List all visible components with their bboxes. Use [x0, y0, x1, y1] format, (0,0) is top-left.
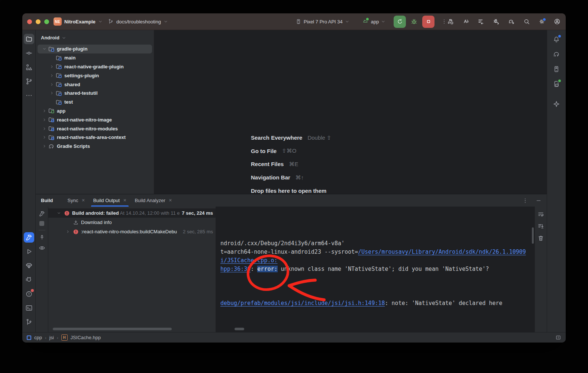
tool-stripe-version-control-button[interactable]: [24, 317, 34, 327]
maximize-window-button[interactable]: [44, 19, 49, 24]
chevron-right-icon[interactable]: [41, 117, 47, 123]
tree-item-label: Gradle Scripts: [57, 143, 90, 149]
stop-button[interactable]: [422, 16, 434, 28]
tool-stripe-device-manager-button[interactable]: [551, 64, 562, 74]
project-tree-item-shared-testutil[interactable]: shared-testutil: [38, 89, 152, 98]
tab-sync[interactable]: Sync✕: [64, 194, 89, 207]
tool-stripe-logcat-button[interactable]: [24, 275, 34, 285]
project-tree-item-Gradle Scripts[interactable]: Gradle Scripts: [38, 142, 152, 151]
text-segment: Download info: [81, 220, 112, 225]
project-tree-item-react-native-gradle-plugin[interactable]: react-native-gradle-plugin: [38, 62, 152, 71]
console-file-link[interactable]: hpp:36:36: [220, 266, 251, 272]
chevron-down-icon[interactable]: [41, 46, 47, 52]
apply-changes-restart-activity-button[interactable]: [462, 18, 469, 25]
panel-options-icon[interactable]: [522, 198, 528, 204]
tool-stripe-structure-button[interactable]: [24, 62, 34, 72]
horizontal-scrollbar[interactable]: [235, 328, 244, 330]
rerun-button[interactable]: [394, 16, 406, 28]
chevron-right-icon[interactable]: [49, 90, 55, 96]
tool-stripe-commit-button[interactable]: [24, 48, 34, 58]
close-tab-icon[interactable]: ✕: [81, 198, 85, 203]
tool-stripe-gemini-button[interactable]: [551, 99, 562, 109]
chevron-right-icon[interactable]: [65, 229, 71, 235]
tab-build-output[interactable]: Build Output✕: [89, 194, 131, 207]
scroll-to-end-icon[interactable]: [537, 223, 544, 230]
chevron-placeholder: [49, 99, 55, 105]
branch-selector[interactable]: docs/troubleshooting: [108, 13, 168, 30]
restart-build-icon[interactable]: [39, 210, 45, 217]
device-selector[interactable]: Pixel 7 Pro API 34: [295, 19, 349, 25]
hide-panel-icon[interactable]: [536, 198, 542, 204]
project-tree-item-main[interactable]: main: [38, 53, 152, 62]
project-selector[interactable]: NE NitroExample: [54, 13, 103, 30]
console-file-link[interactable]: i/JSICache.cpp.o:: [220, 257, 278, 264]
tool-stripe-problems-button[interactable]: [24, 289, 34, 299]
tool-stripe-run-button[interactable]: [24, 246, 34, 257]
folder-icon: [25, 35, 33, 43]
console-file-link[interactable]: debug/prefab/modules/jsi/include/jsi/jsi…: [220, 300, 385, 306]
clear-all-icon[interactable]: [537, 235, 544, 241]
build-tree-panel: Build android: failed At 14.10.24, 12:00…: [48, 207, 216, 332]
soft-wrap-icon[interactable]: [537, 211, 544, 218]
sync-project-gradle-button[interactable]: [508, 18, 515, 25]
desktop-background: NE NitroExample docs/troubleshooting Pix…: [0, 0, 588, 373]
build-tree-row[interactable]: :react-native-nitro-modules:buildCMakeDe…: [48, 227, 216, 236]
stop-build-icon[interactable]: [39, 221, 44, 226]
project-tree-item-react-native-nitro-image[interactable]: react-native-nitro-image: [38, 115, 152, 124]
search-everywhere-button[interactable]: [523, 18, 530, 25]
vertical-scrollbar[interactable]: [532, 227, 534, 244]
project-tree-item-gradle-plugin[interactable]: gradle-plugin: [38, 45, 152, 53]
project-tree-item-shared[interactable]: shared: [38, 80, 152, 89]
chevron-right-icon[interactable]: [49, 64, 55, 69]
tool-stripe-terminal-button[interactable]: [24, 303, 34, 313]
tool-stripe-running-devices-button[interactable]: [551, 79, 562, 89]
shortcut-keys: Double ⇧: [307, 134, 331, 141]
horizontal-scrollbar[interactable]: [53, 328, 172, 330]
project-tree-item-settings-plugin[interactable]: settings-plugin: [38, 71, 152, 80]
chevron-right-icon[interactable]: [41, 134, 47, 140]
debug-button[interactable]: [410, 18, 418, 25]
attach-debugger-button[interactable]: [493, 18, 500, 25]
chevron-right-icon[interactable]: [41, 108, 47, 114]
build-tree-row[interactable]: Download info: [48, 218, 216, 227]
event-log-icon[interactable]: [555, 335, 561, 341]
settings-button[interactable]: [539, 18, 545, 25]
tool-stripe-build-button[interactable]: [24, 232, 34, 243]
project-tree-item-app[interactable]: app: [38, 107, 152, 116]
close-window-button[interactable]: [27, 19, 32, 24]
chevron-right-icon[interactable]: [49, 72, 55, 78]
tool-stripe-project-button[interactable]: [24, 34, 34, 44]
chevron-right-icon[interactable]: [41, 143, 47, 149]
chevron-down-icon[interactable]: [56, 210, 62, 216]
project-tree-item-react-native-safe-area-context[interactable]: react-native-safe-area-context: [38, 133, 152, 142]
profile-button[interactable]: [554, 18, 560, 25]
apply-code-changes-button[interactable]: [478, 18, 484, 25]
project-tree-item-test[interactable]: test: [38, 98, 152, 107]
minimize-window-button[interactable]: [36, 19, 41, 24]
project-tree-item-react-native-nitro-modules[interactable]: react-native-nitro-modules: [38, 124, 152, 133]
tool-stripe-gradle-button[interactable]: [551, 49, 562, 59]
breadcrumb-item-jsi[interactable]: jsi: [49, 335, 54, 340]
build-project-button[interactable]: [447, 18, 454, 25]
tool-stripe-more-tool-windows-button[interactable]: [24, 90, 34, 101]
close-tab-icon[interactable]: ✕: [123, 198, 126, 203]
content-column: Android gradle-pluginmainreact-native-gr…: [36, 30, 547, 332]
tool-stripe-app-quality-insights-button[interactable]: [24, 260, 34, 271]
chevron-right-icon[interactable]: [49, 81, 55, 87]
tool-stripe-pull-requests-button[interactable]: [24, 76, 34, 87]
tab-build-analyzer[interactable]: Build Analyzer✕: [130, 194, 176, 207]
chevron-right-icon[interactable]: [41, 126, 47, 132]
breadcrumb-item-JSICache.hpp[interactable]: HJSICache.hpp: [61, 334, 101, 341]
more-actions-icon[interactable]: [441, 19, 447, 25]
build-tree-row[interactable]: Build android: failed At 14.10.24, 12:00…: [48, 208, 216, 218]
view-options-icon[interactable]: [39, 244, 45, 251]
pin-tab-icon[interactable]: [39, 234, 45, 240]
run-configuration-selector[interactable]: app: [362, 18, 386, 25]
chevron-down-icon: [164, 19, 168, 24]
close-tab-icon[interactable]: ✕: [169, 198, 172, 203]
breadcrumb-item-cpp[interactable]: cpp: [27, 335, 42, 340]
project-view-selector[interactable]: Android: [36, 32, 154, 45]
tree-item-label: shared: [64, 82, 80, 87]
tool-stripe-notifications-button[interactable]: [551, 34, 562, 45]
console-file-link[interactable]: /Users/mrousavy/Library/Android/sdk/ndk/…: [358, 249, 526, 255]
